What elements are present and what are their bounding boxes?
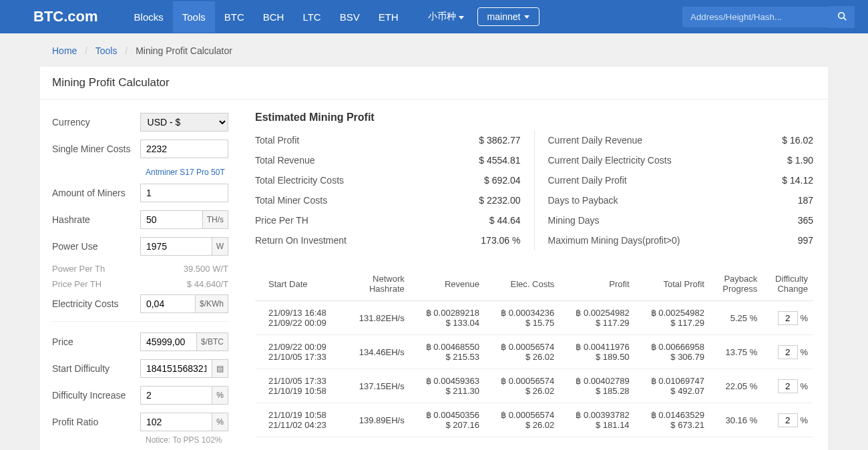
est-value: $ 3862.77 bbox=[479, 135, 520, 146]
nav-tools[interactable]: Tools bbox=[173, 1, 215, 33]
results-main: Estimated Mining Profit Total Profit$ 38… bbox=[240, 99, 828, 450]
diff-change-input[interactable] bbox=[778, 345, 798, 359]
nav-ltc[interactable]: LTC bbox=[293, 1, 330, 33]
elec-unit: $/KWh bbox=[195, 295, 228, 312]
nav-menu: Blocks Tools BTC BCH LTC BSV ETH bbox=[125, 1, 408, 33]
nav-blocks[interactable]: Blocks bbox=[125, 1, 173, 33]
est-key: Current Daily Revenue bbox=[548, 135, 643, 146]
est-key: Total Electricity Costs bbox=[255, 175, 344, 186]
est-key: Total Miner Costs bbox=[255, 195, 327, 206]
col-header: Start Date bbox=[255, 267, 345, 301]
caret-down-icon bbox=[524, 15, 529, 19]
col-header: PaybackProgress bbox=[710, 267, 763, 301]
amount-label: Amount of Miners bbox=[52, 188, 140, 198]
price-label: Price bbox=[52, 336, 140, 347]
cell-total-profit: ฿ 0.00666958$ 306.79 bbox=[635, 335, 710, 369]
est-key: Total Revenue bbox=[255, 155, 315, 166]
cell-total-profit: ฿ 0.00254982$ 117.29 bbox=[635, 301, 710, 335]
nav-eth[interactable]: ETH bbox=[369, 1, 408, 33]
cell-elec: ฿ 0.00056574$ 26.02 bbox=[485, 369, 560, 403]
price-input[interactable] bbox=[141, 333, 196, 351]
cell-diff-change: % bbox=[763, 369, 813, 403]
col-header: Profit bbox=[560, 267, 634, 301]
power-input[interactable] bbox=[141, 238, 212, 255]
elec-label: Electricity Costs bbox=[52, 298, 140, 309]
search-button[interactable] bbox=[829, 6, 855, 28]
cell-diff-change: % bbox=[763, 335, 813, 369]
logo[interactable]: BTC.com bbox=[33, 8, 98, 25]
cell-hashrate: 139.89EH/s bbox=[345, 403, 410, 437]
est-key: Days to Payback bbox=[548, 195, 618, 206]
nav-altcoins[interactable]: 小币种 bbox=[421, 1, 471, 33]
currency-select[interactable]: USD - $ bbox=[140, 113, 228, 132]
miner-model-link[interactable]: Antminer S17 Pro 50T bbox=[52, 168, 225, 177]
breadcrumb: Home / Tools / Mining Profit Calculator bbox=[40, 33, 828, 67]
est-value: $ 14.12 bbox=[782, 175, 813, 186]
profit-ratio-input[interactable] bbox=[141, 413, 212, 431]
power-per-th-label: Power Per Th bbox=[52, 264, 105, 274]
cell-profit: ฿ 0.00411976$ 189.50 bbox=[560, 335, 634, 369]
table-row: 21/10/19 10:5821/11/02 04:23139.89EH/s฿ … bbox=[255, 403, 813, 437]
input-sidebar: Currency USD - $ Single Miner Costs Antm… bbox=[40, 99, 240, 450]
breadcrumb-home[interactable]: Home bbox=[52, 45, 77, 56]
nav-bsv[interactable]: BSV bbox=[331, 1, 369, 33]
profit-ratio-unit: % bbox=[212, 413, 228, 431]
cell-payback: 5.25 % bbox=[710, 301, 763, 335]
power-unit: W bbox=[212, 238, 228, 255]
col-header: NetworkHashrate bbox=[345, 267, 410, 301]
diff-change-input[interactable] bbox=[778, 379, 798, 393]
est-value: 187 bbox=[798, 195, 813, 206]
est-value: $ 16.02 bbox=[782, 135, 813, 146]
diff-change-input[interactable] bbox=[778, 413, 798, 427]
nav-bch[interactable]: BCH bbox=[254, 1, 294, 33]
price-unit: $/BTC bbox=[196, 333, 228, 351]
cell-diff-change: % bbox=[763, 301, 813, 335]
profit-ratio-label: Profit Ratio bbox=[52, 417, 140, 427]
breadcrumb-current: Mining Profit Calculator bbox=[136, 45, 232, 56]
diff-inc-input[interactable] bbox=[141, 387, 212, 404]
est-value: 365 bbox=[798, 215, 813, 226]
breadcrumb-tools[interactable]: Tools bbox=[95, 45, 118, 56]
currency-label: Currency bbox=[52, 117, 140, 128]
est-value: $ 4554.81 bbox=[479, 155, 520, 166]
nav-btc[interactable]: BTC bbox=[215, 1, 254, 33]
est-key: Return On Investment bbox=[255, 235, 347, 246]
cell-total-profit: ฿ 0.01069747$ 492.07 bbox=[635, 369, 710, 403]
svg-point-0 bbox=[839, 12, 845, 18]
amount-input[interactable] bbox=[141, 184, 228, 202]
est-key: Total Profit bbox=[255, 135, 299, 146]
table-row: 21/09/22 00:0921/10/05 17:33134.46EH/s฿ … bbox=[255, 335, 813, 369]
diff-icon[interactable]: ▤ bbox=[212, 360, 228, 377]
cell-payback: 30.16 % bbox=[710, 403, 763, 437]
cell-hashrate: 131.82EH/s bbox=[345, 301, 410, 335]
network-dropdown[interactable]: mainnet bbox=[477, 7, 540, 26]
start-diff-input[interactable] bbox=[141, 360, 212, 377]
start-diff-label: Start Difficulty bbox=[52, 363, 140, 374]
cell-elec: ฿ 0.00056574$ 26.02 bbox=[485, 403, 560, 437]
estimate-title: Estimated Mining Profit bbox=[255, 111, 813, 124]
cell-diff-change: % bbox=[763, 403, 813, 437]
cell-profit: ฿ 0.00402789$ 185.28 bbox=[560, 369, 634, 403]
cell-elec: ฿ 0.00056574$ 26.02 bbox=[485, 335, 560, 369]
price-per-th-label: Price Per TH bbox=[52, 279, 101, 289]
cell-date: 21/10/05 17:3321/10/19 10:58 bbox=[255, 369, 345, 403]
diff-change-input[interactable] bbox=[778, 311, 798, 325]
search-icon bbox=[837, 11, 847, 21]
cell-revenue: ฿ 0.00289218$ 133.04 bbox=[410, 301, 485, 335]
col-header: Revenue bbox=[410, 267, 485, 301]
single-miner-input[interactable] bbox=[141, 140, 228, 158]
table-row: 21/10/05 17:3321/10/19 10:58137.15EH/s฿ … bbox=[255, 369, 813, 403]
cell-revenue: ฿ 0.00450356$ 207.16 bbox=[410, 403, 485, 437]
est-key: Price Per TH bbox=[255, 215, 308, 226]
est-key: Current Daily Electricity Costs bbox=[548, 155, 672, 166]
est-key: Current Daily Profit bbox=[548, 175, 627, 186]
power-per-th-value: 39.500 W/T bbox=[184, 264, 228, 274]
est-value: $ 1.90 bbox=[787, 155, 813, 166]
elec-input[interactable] bbox=[141, 295, 195, 312]
diff-inc-unit: % bbox=[212, 387, 228, 404]
single-miner-label: Single Miner Costs bbox=[52, 144, 140, 154]
hashrate-input[interactable] bbox=[141, 211, 202, 228]
search-input[interactable] bbox=[682, 7, 829, 27]
diff-inc-label: Difficulty Increase bbox=[52, 390, 140, 401]
col-header: DifficultyChange bbox=[763, 267, 813, 301]
